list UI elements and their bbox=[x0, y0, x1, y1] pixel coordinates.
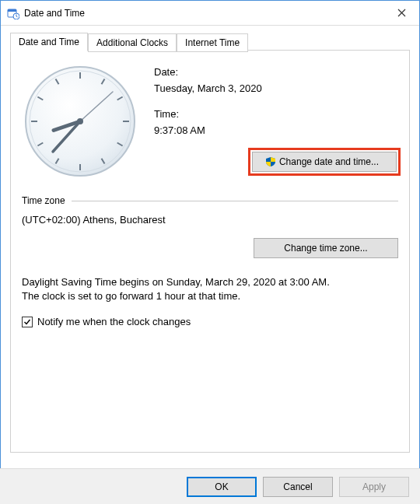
divider bbox=[72, 201, 398, 201]
notify-checkbox[interactable] bbox=[22, 317, 33, 327]
cancel-label: Cancel bbox=[283, 481, 312, 492]
change-date-time-label: Change date and time... bbox=[279, 156, 379, 167]
uac-shield-icon bbox=[265, 156, 276, 167]
time-label: Time: bbox=[154, 108, 398, 120]
tab-internet-time[interactable]: Internet Time bbox=[177, 33, 248, 52]
notify-label: Notify me when the clock changes bbox=[37, 316, 191, 327]
ok-label: OK bbox=[215, 481, 228, 492]
tab-date-and-time[interactable]: Date and Time bbox=[10, 33, 88, 51]
dialog-footer: OK Cancel Apply bbox=[0, 468, 420, 504]
timezone-value: (UTC+02:00) Athens, Bucharest bbox=[22, 214, 398, 226]
close-button[interactable] bbox=[384, 2, 419, 25]
tab-strip: Date and Time Additional Clocks Internet… bbox=[10, 32, 410, 51]
analog-clock bbox=[22, 63, 138, 180]
change-timezone-button[interactable]: Change time zone... bbox=[254, 238, 398, 258]
tab-additional-clocks[interactable]: Additional Clocks bbox=[88, 33, 177, 52]
apply-button[interactable]: Apply bbox=[339, 477, 409, 497]
change-date-time-button[interactable]: Change date and time... bbox=[252, 152, 397, 172]
change-timezone-label: Change time zone... bbox=[284, 243, 367, 254]
apply-label: Apply bbox=[362, 481, 386, 492]
date-label: Date: bbox=[154, 66, 398, 78]
timezone-header-label: Time zone bbox=[22, 195, 65, 206]
dst-line2: The clock is set to go forward 1 hour at… bbox=[22, 289, 398, 303]
svg-rect-1 bbox=[8, 9, 16, 12]
tab-panel: Date: Tuesday, March 3, 2020 Time: 9:37:… bbox=[10, 50, 410, 453]
svg-point-20 bbox=[77, 118, 83, 124]
ok-button[interactable]: OK bbox=[187, 477, 257, 497]
window-title: Date and Time bbox=[24, 8, 384, 19]
timezone-section-header: Time zone bbox=[22, 195, 398, 206]
highlight-annotation: Change date and time... bbox=[250, 150, 398, 173]
date-value: Tuesday, March 3, 2020 bbox=[154, 82, 398, 94]
notify-checkbox-row: Notify me when the clock changes bbox=[22, 316, 398, 327]
date-time-info: Date: Tuesday, March 3, 2020 Time: 9:37:… bbox=[154, 63, 398, 180]
date-time-icon bbox=[7, 7, 19, 19]
titlebar: Date and Time bbox=[1, 1, 419, 26]
time-value: 9:37:08 AM bbox=[154, 124, 398, 136]
dst-info: Daylight Saving Time begins on Sunday, M… bbox=[22, 275, 398, 303]
cancel-button[interactable]: Cancel bbox=[263, 477, 333, 497]
content-area: Date and Time Additional Clocks Internet… bbox=[1, 26, 419, 453]
dst-line1: Daylight Saving Time begins on Sunday, M… bbox=[22, 275, 398, 289]
